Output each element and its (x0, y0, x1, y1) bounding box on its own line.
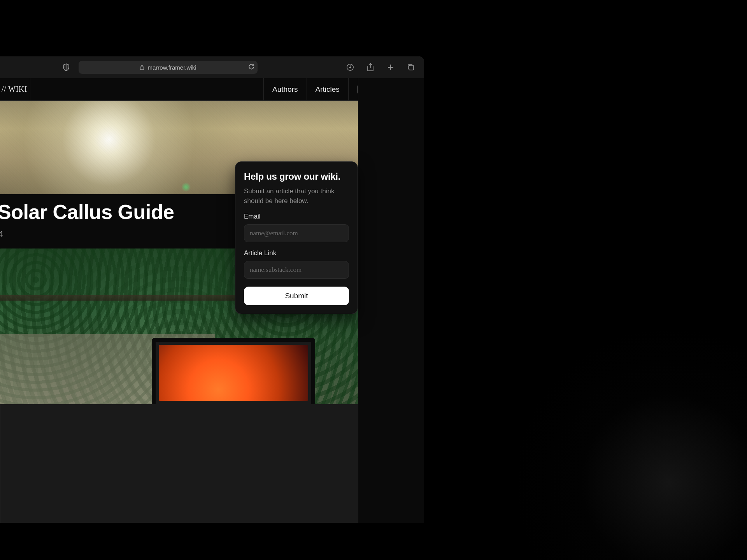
popover-heading: Help us grow our wiki. (244, 171, 349, 182)
plus-icon (387, 64, 394, 71)
new-tab-button[interactable] (384, 61, 397, 74)
reload-icon (248, 64, 254, 70)
share-icon (367, 63, 374, 72)
browser-window: marrow.framer.wiki (0, 56, 424, 523)
nav-authors[interactable]: Authors (263, 78, 306, 100)
add-article-popover: Help us grow our wiki. Submit an article… (235, 161, 358, 314)
popover-subheading: Submit an article that you think should … (244, 187, 349, 206)
url-bar[interactable]: marrow.framer.wiki (79, 61, 258, 74)
submit-button[interactable]: Submit (244, 287, 349, 305)
share-button[interactable] (364, 61, 377, 74)
tabs-icon (407, 63, 415, 71)
tab-overview-button[interactable] (405, 61, 417, 74)
browser-toolbar: marrow.framer.wiki (0, 56, 424, 78)
right-empty-column (358, 78, 424, 523)
svg-rect-0 (140, 67, 144, 70)
url-content: marrow.framer.wiki (83, 64, 253, 71)
ambient-glow (514, 327, 747, 560)
reload-button[interactable] (248, 64, 254, 70)
site-logo[interactable]: // WIKI (0, 78, 30, 100)
article-link-label: Article Link (244, 249, 349, 257)
shield-icon (63, 63, 70, 71)
nav-articles[interactable]: Articles (307, 78, 348, 100)
article-year: 4 (0, 229, 3, 239)
download-icon (346, 63, 354, 71)
nav-articles-label: Articles (316, 85, 340, 94)
downloads-button[interactable] (344, 61, 356, 74)
article-link-input[interactable] (244, 261, 349, 279)
monitor-shape (152, 338, 315, 404)
logo-text: // WIKI (2, 85, 27, 94)
url-text: marrow.framer.wiki (147, 64, 196, 71)
nav-authors-label: Authors (272, 85, 298, 94)
lock-icon (140, 65, 144, 70)
email-input[interactable] (244, 224, 349, 242)
svg-rect-2 (409, 65, 414, 70)
toolbar-right-group (344, 61, 417, 74)
email-label: Email (244, 213, 349, 220)
privacy-shield-button[interactable] (60, 61, 72, 74)
